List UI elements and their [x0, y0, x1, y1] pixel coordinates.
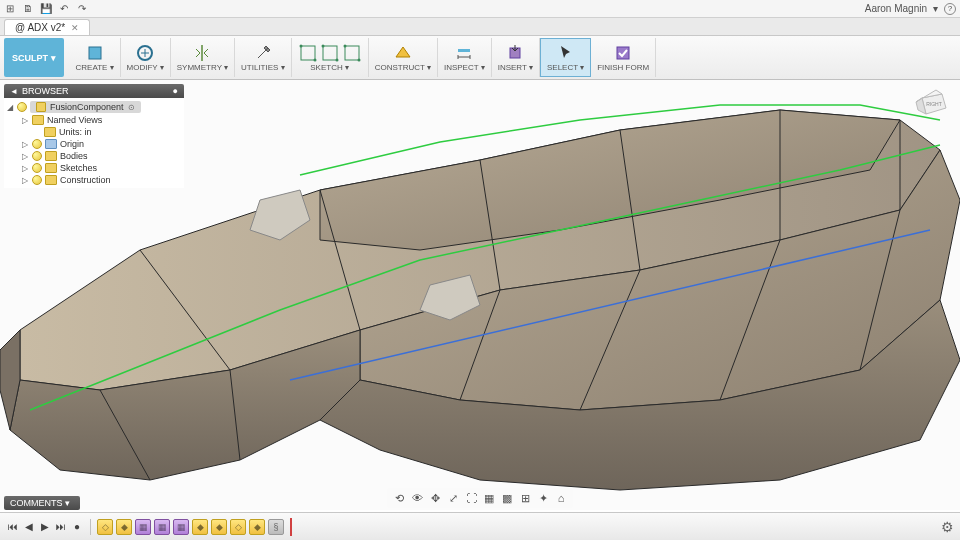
utilities-icon — [253, 43, 273, 63]
user-name[interactable]: Aaron Magnin — [865, 3, 927, 14]
tree-item[interactable]: ▷Construction — [4, 174, 184, 186]
qat-redo-icon[interactable]: ↷ — [76, 3, 88, 15]
timeline-control-button[interactable]: ◀ — [22, 520, 36, 534]
nav-fit-icon[interactable]: ⛶ — [463, 490, 479, 506]
tree-item-label: Named Views — [47, 115, 102, 125]
browser-pin-icon[interactable]: ● — [173, 86, 178, 96]
user-menu-chevron-icon[interactable]: ▾ — [933, 3, 938, 14]
tree-item-label: Sketches — [60, 163, 97, 173]
tree-item[interactable]: ▷Bodies — [4, 150, 184, 162]
tree-toggle-icon[interactable]: ▷ — [21, 176, 29, 185]
symmetry-icon — [192, 43, 212, 63]
tree-toggle-icon[interactable]: ▷ — [21, 164, 29, 173]
timeline-feature[interactable]: ◆ — [249, 519, 265, 535]
qat-undo-icon[interactable]: ↶ — [58, 3, 70, 15]
ribbon-sketch-button[interactable]: SKETCH ▾ — [292, 38, 369, 77]
ribbon-utilities-button[interactable]: UTILITIES ▾ — [235, 38, 292, 77]
folder-icon — [45, 163, 57, 173]
timeline-control-button[interactable]: ⏭ — [54, 520, 68, 534]
browser-collapse-icon[interactable]: ◄ — [10, 87, 18, 96]
document-tab-bar: @ ADX v2* ✕ — [0, 18, 960, 36]
qat-file-icon[interactable]: 🗎 — [22, 3, 34, 15]
timeline-feature[interactable]: ◇ — [230, 519, 246, 535]
browser-header[interactable]: ◄ BROWSER ● — [4, 84, 184, 98]
timeline-marker[interactable] — [290, 518, 292, 536]
sketch-icon — [320, 43, 340, 63]
timeline-control-button[interactable]: ● — [70, 520, 84, 534]
ribbon-select-button[interactable]: SELECT ▾ — [540, 38, 591, 77]
tree-toggle-icon[interactable]: ◢ — [6, 103, 14, 112]
ribbon-modify-button[interactable]: MODIFY ▾ — [121, 38, 171, 77]
qat-save-icon[interactable]: 💾 — [40, 3, 52, 15]
comments-bar[interactable]: COMMENTS ▾ — [4, 496, 80, 510]
timeline-feature[interactable]: ◇ — [97, 519, 113, 535]
timeline-feature[interactable]: ◆ — [116, 519, 132, 535]
tree-toggle-icon[interactable]: ▷ — [21, 116, 29, 125]
help-icon[interactable]: ? — [944, 3, 956, 15]
nav-orbit-icon[interactable]: ⟲ — [391, 490, 407, 506]
svg-rect-11 — [458, 49, 470, 52]
component-menu-icon[interactable]: ⊙ — [128, 103, 135, 112]
ribbon-finish-button[interactable]: FINISH FORM — [591, 38, 656, 77]
nav-camera-icon[interactable]: ⌂ — [553, 490, 569, 506]
ribbon-insert-button[interactable]: INSERT ▾ — [492, 38, 540, 77]
ribbon-label: SYMMETRY ▾ — [177, 63, 228, 72]
visibility-bulb-icon[interactable] — [32, 163, 42, 173]
nav-effects-icon[interactable]: ✦ — [535, 490, 551, 506]
tree-item[interactable]: ▷Origin — [4, 138, 184, 150]
timeline-feature[interactable]: ◆ — [192, 519, 208, 535]
timeline-feature[interactable]: § — [268, 519, 284, 535]
nav-pan-icon[interactable]: ✥ — [427, 490, 443, 506]
ribbon-symmetry-button[interactable]: SYMMETRY ▾ — [171, 38, 235, 77]
nav-snap-icon[interactable]: ⊞ — [517, 490, 533, 506]
visibility-bulb-icon[interactable] — [32, 175, 42, 185]
qat-grid-icon[interactable]: ⊞ — [4, 3, 16, 15]
ribbon-toolbar: SCULPT ▾ CREATE ▾MODIFY ▾SYMMETRY ▾UTILI… — [0, 36, 960, 80]
view-cube[interactable]: RIGHT — [912, 86, 952, 126]
visibility-bulb-icon[interactable] — [32, 151, 42, 161]
folder-icon — [32, 115, 44, 125]
ribbon-create-button[interactable]: CREATE ▾ — [70, 38, 121, 77]
nav-grid-icon[interactable]: ▩ — [499, 490, 515, 506]
timeline-feature[interactable]: ◆ — [211, 519, 227, 535]
workspace-switcher[interactable]: SCULPT ▾ — [4, 38, 64, 77]
close-icon[interactable]: ✕ — [71, 23, 79, 33]
timeline-control-button[interactable]: ▶ — [38, 520, 52, 534]
document-tab[interactable]: @ ADX v2* ✕ — [4, 19, 90, 35]
feature-icon: ▦ — [158, 522, 167, 532]
svg-point-10 — [357, 59, 360, 62]
timeline-feature[interactable]: ▦ — [173, 519, 189, 535]
feature-icon: § — [273, 522, 278, 532]
ribbon-label: CREATE ▾ — [76, 63, 114, 72]
svg-rect-5 — [323, 46, 337, 60]
visibility-bulb-icon[interactable] — [32, 139, 42, 149]
browser-panel: ◄ BROWSER ● ◢ FusionComponent ⊙ ▷Named V… — [4, 84, 184, 188]
visibility-bulb-icon[interactable] — [17, 102, 27, 112]
tree-item[interactable]: ▷Sketches — [4, 162, 184, 174]
feature-icon: ◇ — [102, 522, 109, 532]
folder-icon — [45, 151, 57, 161]
folder-icon — [45, 175, 57, 185]
tree-item[interactable]: ▷Named Views — [4, 114, 184, 126]
svg-rect-8 — [345, 46, 359, 60]
gear-icon[interactable]: ⚙ — [941, 519, 954, 535]
timeline-feature[interactable]: ▦ — [154, 519, 170, 535]
timeline-control-button[interactable]: ⏮ — [6, 520, 20, 534]
ribbon-construct-button[interactable]: CONSTRUCT ▾ — [369, 38, 438, 77]
tree-toggle-icon[interactable]: ▷ — [21, 152, 29, 161]
ribbon-inspect-button[interactable]: INSPECT ▾ — [438, 38, 492, 77]
tree-toggle-icon[interactable]: ▷ — [21, 140, 29, 149]
ribbon-label: FINISH FORM — [597, 63, 649, 72]
select-icon — [556, 43, 576, 63]
timeline-feature[interactable]: ▦ — [135, 519, 151, 535]
quick-access-toolbar: ⊞ 🗎 💾 ↶ ↷ Aaron Magnin ▾ ? — [0, 0, 960, 18]
insert-icon — [505, 43, 525, 63]
nav-look-icon[interactable]: 👁 — [409, 490, 425, 506]
tree-item[interactable]: Units: in — [4, 126, 184, 138]
nav-display-icon[interactable]: ▦ — [481, 490, 497, 506]
svg-point-7 — [335, 59, 338, 62]
nav-zoom-icon[interactable]: ⤢ — [445, 490, 461, 506]
sketch-icon — [342, 43, 362, 63]
finish-icon — [613, 43, 633, 63]
tree-root[interactable]: ◢ FusionComponent ⊙ — [4, 100, 184, 114]
